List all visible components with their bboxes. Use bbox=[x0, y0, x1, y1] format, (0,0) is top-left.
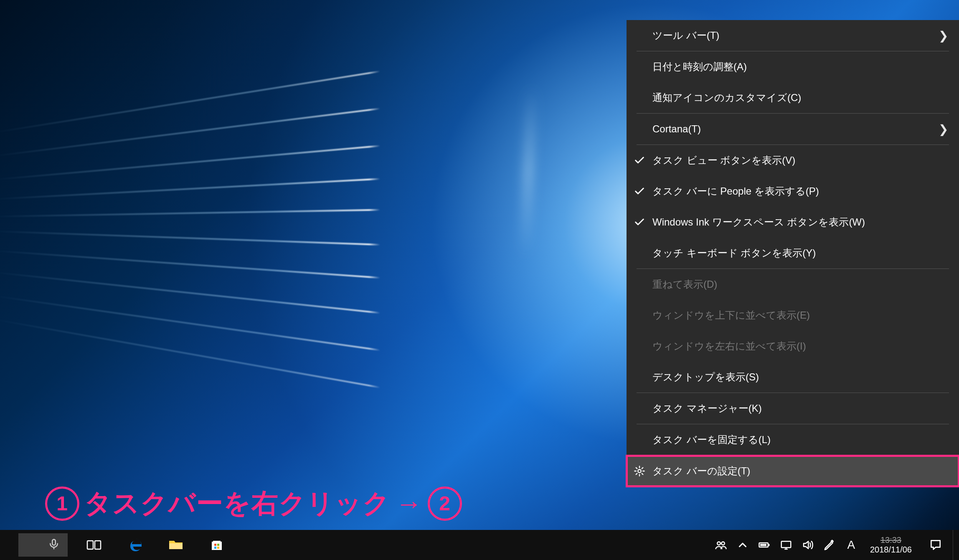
clock-date: 2018/11/06 bbox=[870, 545, 912, 555]
svg-rect-14 bbox=[760, 544, 766, 546]
menu-item-show-task-view-button[interactable]: タスク ビュー ボタンを表示(V) bbox=[627, 145, 959, 176]
tray-battery-icon[interactable] bbox=[755, 530, 774, 560]
svg-rect-8 bbox=[214, 547, 216, 549]
tray-overflow-icon[interactable] bbox=[733, 530, 752, 560]
check-icon bbox=[627, 216, 652, 228]
svg-rect-2 bbox=[87, 541, 93, 549]
menu-item-stack-windows: ウィンドウを上下に並べて表示(E) bbox=[627, 300, 959, 331]
menu-item-customize-notification-icons[interactable]: 通知アイコンのカスタマイズ(C) bbox=[627, 82, 959, 113]
taskbar-show-desktop-button[interactable] bbox=[953, 530, 959, 560]
tray-people-icon[interactable] bbox=[711, 530, 731, 560]
menu-item-adjust-date-time[interactable]: 日付と時刻の調整(A) bbox=[627, 51, 959, 82]
svg-point-11 bbox=[721, 542, 725, 545]
chevron-right-icon: ❯ bbox=[939, 122, 948, 136]
menu-item-lock-taskbar[interactable]: タスク バーを固定する(L) bbox=[627, 424, 959, 455]
tray-ime-indicator[interactable]: A bbox=[842, 530, 861, 560]
menu-item-label: タスク マネージャー(K) bbox=[652, 402, 948, 415]
ime-letter: A bbox=[847, 538, 855, 552]
menu-item-label: 通知アイコンのカスタマイズ(C) bbox=[652, 91, 948, 104]
menu-item-label: タスク ビュー ボタンを表示(V) bbox=[652, 154, 948, 167]
svg-point-10 bbox=[717, 542, 721, 545]
tray-volume-icon[interactable] bbox=[798, 530, 817, 560]
menu-item-label: タスク バーを固定する(L) bbox=[652, 433, 948, 446]
menu-item-cascade-windows: 重ねて表示(D) bbox=[627, 269, 959, 300]
tray-windows-ink-icon[interactable] bbox=[820, 530, 839, 560]
menu-item-label: 重ねて表示(D) bbox=[652, 278, 948, 291]
taskbar[interactable]: A 13:33 2018/11/06 bbox=[0, 530, 959, 560]
menu-item-taskbar-settings[interactable]: タスク バーの設定(T) bbox=[627, 456, 959, 487]
menu-item-label: ウィンドウを上下に並べて表示(E) bbox=[652, 309, 948, 322]
menu-item-label: タスク バーの設定(T) bbox=[652, 464, 948, 478]
annotation-arrow: → bbox=[396, 488, 423, 519]
annotation-step-1-text: タスクバーを右クリック bbox=[84, 485, 391, 522]
svg-rect-13 bbox=[769, 544, 770, 546]
microphone-icon bbox=[48, 538, 60, 552]
menu-item-label: タスク バーに People を表示する(P) bbox=[652, 185, 948, 198]
menu-item-label: ツール バー(T) bbox=[652, 29, 939, 42]
taskbar-file-explorer-icon[interactable] bbox=[161, 530, 190, 560]
menu-item-show-desktop[interactable]: デスクトップを表示(S) bbox=[627, 362, 959, 393]
clock-time: 13:33 bbox=[880, 535, 901, 545]
taskbar-task-view-button[interactable] bbox=[79, 530, 109, 560]
taskbar-context-menu: ツール バー(T) ❯ 日付と時刻の調整(A) 通知アイコンのカスタマイズ(C)… bbox=[627, 20, 959, 487]
check-icon bbox=[627, 155, 652, 166]
tray-network-icon[interactable] bbox=[776, 530, 796, 560]
chevron-right-icon: ❯ bbox=[939, 29, 948, 43]
taskbar-action-center-icon[interactable] bbox=[921, 530, 950, 560]
menu-item-cortana[interactable]: Cortana(T) ❯ bbox=[627, 114, 959, 144]
svg-point-0 bbox=[638, 469, 641, 472]
menu-item-task-manager[interactable]: タスク マネージャー(K) bbox=[627, 393, 959, 424]
taskbar-clock[interactable]: 13:33 2018/11/06 bbox=[863, 535, 918, 555]
svg-rect-4 bbox=[169, 543, 183, 549]
search-box[interactable] bbox=[18, 533, 68, 557]
menu-item-label: デスクトップを表示(S) bbox=[652, 370, 948, 384]
svg-rect-1 bbox=[52, 540, 56, 545]
svg-rect-5 bbox=[212, 542, 222, 550]
svg-rect-7 bbox=[217, 544, 219, 546]
svg-rect-3 bbox=[95, 541, 101, 549]
taskbar-edge-icon[interactable] bbox=[120, 530, 150, 560]
menu-item-label: Cortana(T) bbox=[652, 123, 939, 135]
svg-rect-15 bbox=[781, 541, 791, 547]
menu-item-label: タッチ キーボード ボタンを表示(Y) bbox=[652, 246, 948, 260]
annotation-overlay: 1 タスクバーを右クリック → 2 bbox=[45, 485, 462, 522]
check-icon bbox=[627, 185, 652, 197]
menu-item-show-touch-keyboard-button[interactable]: タッチ キーボード ボタンを表示(Y) bbox=[627, 238, 959, 269]
svg-rect-6 bbox=[214, 544, 216, 546]
menu-item-side-by-side-windows: ウィンドウを左右に並べて表示(I) bbox=[627, 331, 959, 362]
annotation-step-1-number: 1 bbox=[45, 487, 79, 521]
gear-icon bbox=[627, 465, 652, 477]
menu-item-label: 日付と時刻の調整(A) bbox=[652, 60, 948, 73]
taskbar-store-icon[interactable] bbox=[202, 530, 231, 560]
menu-item-show-people[interactable]: タスク バーに People を表示する(P) bbox=[627, 176, 959, 207]
menu-item-toolbars[interactable]: ツール バー(T) ❯ bbox=[627, 20, 959, 51]
menu-item-show-windows-ink-button[interactable]: Windows Ink ワークスペース ボタンを表示(W) bbox=[627, 207, 959, 238]
menu-item-label: Windows Ink ワークスペース ボタンを表示(W) bbox=[652, 215, 948, 229]
annotation-step-2-number: 2 bbox=[428, 487, 462, 521]
svg-rect-9 bbox=[217, 547, 219, 549]
menu-item-label: ウィンドウを左右に並べて表示(I) bbox=[652, 340, 948, 353]
